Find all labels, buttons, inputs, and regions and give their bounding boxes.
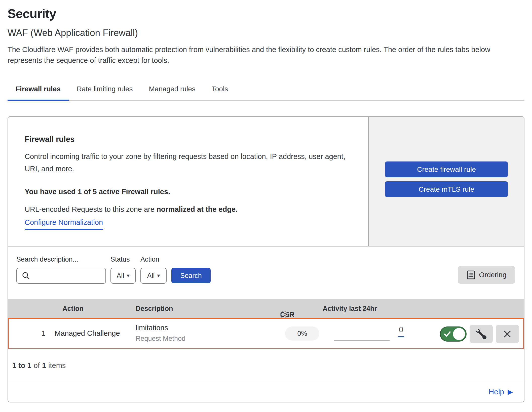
page-subtitle: WAF (Web Application Firewall) bbox=[8, 28, 524, 38]
search-box[interactable] bbox=[16, 268, 106, 284]
waf-tabbar: Firewall rules Rate limiting rules Manag… bbox=[8, 84, 524, 101]
rules-usage-text: You have used 1 of 5 active Firewall rul… bbox=[25, 188, 170, 196]
card-side-panel: Create firewall rule Create mTLS rule bbox=[368, 117, 524, 246]
table-header: Action Description CSR i Activity last 2… bbox=[8, 299, 524, 318]
pagination-footer: 1 to 1 of 1 items bbox=[8, 349, 524, 382]
action-dropdown[interactable]: All ▾ bbox=[140, 268, 167, 284]
tab-label: Rate limiting rules bbox=[77, 85, 133, 93]
search-button[interactable]: Search bbox=[171, 268, 211, 283]
page-title: Security bbox=[8, 7, 524, 21]
status-dropdown-value: All bbox=[117, 272, 124, 280]
chevron-down-icon: ▾ bbox=[157, 272, 160, 279]
edit-rule-button[interactable] bbox=[470, 325, 493, 343]
info-icon[interactable]: i bbox=[280, 311, 288, 318]
close-icon bbox=[502, 329, 513, 339]
normalization-text-bold: normalized at the edge. bbox=[157, 205, 238, 213]
action-label: Action bbox=[140, 256, 159, 263]
firewall-rules-card: Firewall rules Control incoming traffic … bbox=[8, 117, 524, 246]
create-firewall-rule-button[interactable]: Create firewall rule bbox=[385, 161, 508, 177]
column-header-activity: Activity last 24hr bbox=[323, 305, 377, 313]
table-row[interactable]: 1 Managed Challenge limitations Request … bbox=[8, 318, 524, 349]
chevron-down-icon: ▾ bbox=[127, 272, 129, 279]
filters-bar: Search description... Status Action All … bbox=[8, 246, 524, 299]
tab-firewall-rules[interactable]: Firewall rules bbox=[8, 84, 69, 100]
tab-label: Tools bbox=[212, 85, 228, 93]
delete-rule-button[interactable] bbox=[496, 325, 519, 343]
wrench-icon bbox=[476, 329, 486, 339]
search-icon bbox=[21, 271, 30, 280]
column-header-action: Action bbox=[62, 305, 84, 313]
tab-label: Managed rules bbox=[149, 85, 196, 93]
card-description: Control incoming traffic to your zone by… bbox=[25, 150, 354, 175]
activity-sparkline bbox=[334, 340, 390, 341]
tab-tools[interactable]: Tools bbox=[204, 84, 236, 100]
help-row: Help ▶ bbox=[8, 382, 524, 401]
tab-rate-limiting-rules[interactable]: Rate limiting rules bbox=[69, 84, 141, 100]
activity-count-link[interactable]: 0 bbox=[398, 325, 404, 337]
pagination-items: items bbox=[48, 361, 66, 370]
rule-description: limitations bbox=[136, 324, 168, 332]
page-description: The Cloudflare WAF provides both automat… bbox=[8, 44, 516, 66]
pagination-total: 1 bbox=[42, 361, 46, 369]
normalization-text-plain: URL-encoded Requests to this zone are bbox=[25, 205, 157, 213]
ordering-button[interactable]: Ordering bbox=[458, 266, 515, 284]
status-label: Status bbox=[110, 256, 130, 263]
configure-normalization-link[interactable]: Configure Normalization bbox=[25, 218, 103, 230]
firewall-rules-panel: Firewall rules Control incoming traffic … bbox=[8, 116, 524, 402]
rule-action: Managed Challenge bbox=[55, 329, 120, 338]
create-mtls-rule-button[interactable]: Create mTLS rule bbox=[385, 181, 508, 197]
tab-label: Firewall rules bbox=[16, 85, 61, 93]
column-header-description: Description bbox=[136, 305, 173, 313]
help-link[interactable]: Help ▶ bbox=[489, 388, 513, 396]
csr-value-badge: 0% bbox=[285, 326, 319, 341]
tab-managed-rules[interactable]: Managed rules bbox=[141, 84, 204, 100]
page-header: Security WAF (Web Application Firewall) … bbox=[8, 7, 524, 66]
rule-enabled-toggle[interactable] bbox=[440, 326, 467, 342]
search-input[interactable] bbox=[33, 268, 122, 283]
card-heading: Firewall rules bbox=[25, 135, 74, 144]
check-icon bbox=[444, 331, 451, 337]
toggle-knob bbox=[453, 328, 465, 340]
ordering-list-icon bbox=[467, 270, 475, 280]
help-link-label: Help bbox=[489, 388, 504, 396]
rule-description-detail: Request Method bbox=[136, 335, 185, 343]
rule-priority: 1 bbox=[42, 329, 46, 338]
action-dropdown-value: All bbox=[147, 272, 155, 280]
status-dropdown[interactable]: All ▾ bbox=[110, 268, 136, 284]
normalization-text: URL-encoded Requests to this zone are no… bbox=[25, 205, 238, 214]
pagination-of: of bbox=[34, 361, 40, 370]
ordering-button-label: Ordering bbox=[479, 271, 507, 279]
help-arrow-icon: ▶ bbox=[508, 388, 513, 396]
pagination-range: 1 to 1 bbox=[12, 361, 31, 369]
search-label: Search description... bbox=[16, 256, 78, 263]
